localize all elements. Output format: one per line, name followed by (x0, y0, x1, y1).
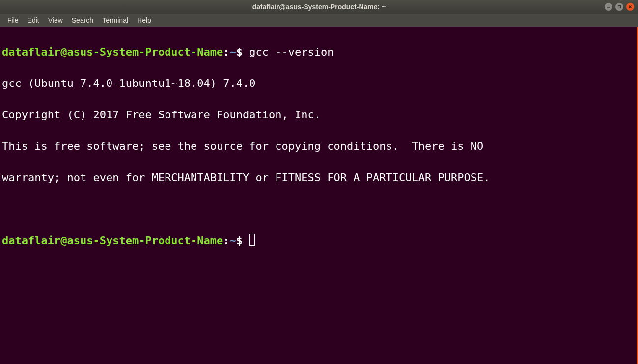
prompt-dollar: $ (236, 46, 250, 58)
prompt-dollar: $ (236, 234, 250, 247)
prompt-colon: : (223, 234, 229, 247)
menu-file[interactable]: File (3, 15, 23, 26)
cursor-icon (249, 234, 255, 246)
window-titlebar: dataflair@asus-System-Product-Name: ~ (0, 0, 638, 14)
menu-help[interactable]: Help (133, 15, 156, 26)
menubar: File Edit View Search Terminal Help (0, 14, 638, 27)
menu-terminal[interactable]: Terminal (98, 15, 133, 26)
output-line: This is free software; see the source fo… (2, 139, 636, 154)
menu-view[interactable]: View (44, 15, 67, 26)
prompt-path: ~ (230, 46, 236, 58)
minimize-icon (607, 5, 610, 9)
maximize-icon (617, 5, 621, 9)
svg-rect-1 (618, 6, 621, 8)
minimize-button[interactable] (605, 3, 612, 11)
output-line: Copyright (C) 2017 Free Software Foundat… (2, 107, 636, 123)
prompt-line-1: dataflair@asus-System-Product-Name:~$ gc… (2, 44, 636, 60)
prompt-user-host: dataflair@asus-System-Product-Name (2, 46, 223, 58)
window-title: dataflair@asus-System-Product-Name: ~ (252, 3, 386, 11)
prompt-colon: : (223, 46, 229, 58)
menu-edit[interactable]: Edit (23, 15, 44, 26)
terminal-area[interactable]: dataflair@asus-System-Product-Name:~$ gc… (0, 27, 638, 364)
prompt-path: ~ (230, 234, 236, 247)
close-icon (628, 5, 632, 9)
command-text: gcc --version (249, 46, 333, 58)
prompt-user-host: dataflair@asus-System-Product-Name (2, 234, 223, 247)
output-line: warranty; not even for MERCHANTABILITY o… (2, 170, 636, 186)
maximize-button[interactable] (615, 3, 623, 11)
menu-search[interactable]: Search (67, 15, 98, 26)
blank-line (2, 201, 636, 217)
prompt-line-2: dataflair@asus-System-Product-Name:~$ (2, 233, 636, 249)
window-controls (605, 3, 634, 11)
close-button[interactable] (626, 3, 634, 11)
output-line: gcc (Ubuntu 7.4.0-1ubuntu1~18.04) 7.4.0 (2, 76, 636, 91)
